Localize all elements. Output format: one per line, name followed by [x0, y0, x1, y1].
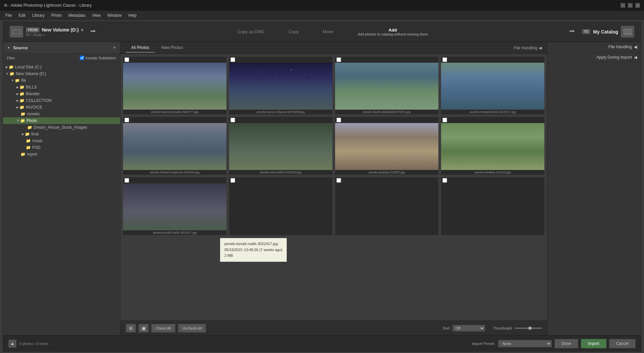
photo-checkbox-3[interactable] — [336, 57, 341, 62]
thumbnail-size-area: Thumbnails — [493, 326, 542, 330]
tree-arrow-blender[interactable]: ▶ — [16, 92, 19, 96]
tree-item-blender[interactable]: ▶ 📁 Blender — [3, 91, 120, 97]
tree-item-report[interactable]: 📁 report — [3, 151, 120, 158]
photo-check-row-12 — [441, 177, 544, 183]
import-mode-copy-dng[interactable]: Copy as DNG — [232, 27, 270, 36]
tree-label-collection: COLLECTION — [26, 98, 52, 103]
tree-arrow-local-disk[interactable]: ▶ — [6, 65, 8, 69]
photo-checkbox-9[interactable] — [124, 178, 129, 183]
import-preset-select[interactable]: None — [498, 340, 552, 347]
include-subfolders-checkbox[interactable] — [80, 56, 84, 60]
check-all-button[interactable]: Check All — [151, 324, 175, 333]
photo-checkbox-1[interactable] — [124, 57, 129, 62]
catalog-icon — [621, 26, 634, 38]
file-handling-button[interactable]: File Handling ◀ — [514, 46, 542, 50]
tree-item-final[interactable]: ▶ 📁 final — [3, 131, 120, 137]
uncheck-all-button[interactable]: Uncheck All — [178, 324, 206, 333]
photo-thumb-4[interactable] — [441, 63, 544, 110]
source-label: Source — [13, 45, 28, 50]
menu-help[interactable]: Help — [126, 12, 140, 19]
maximize-button[interactable]: □ — [628, 3, 633, 8]
menu-metadata[interactable]: Metadata — [66, 12, 88, 19]
import-button[interactable]: Import — [581, 339, 606, 348]
menu-view[interactable]: View — [89, 12, 103, 19]
cancel-button[interactable]: Cancel — [609, 339, 636, 348]
tree-arrow-new-volume[interactable]: ▼ — [6, 72, 9, 75]
import-mode-add[interactable]: Add Add photos to catalog without moving… — [352, 25, 433, 38]
source-add-button[interactable]: + — [113, 45, 116, 51]
tree-arrow-final[interactable]: ▶ — [22, 132, 24, 136]
photo-tooltip: pexels-tomáš-malík-3022417.jpg 05/19/202… — [220, 238, 287, 262]
photo-cell-8: pexels-pixabay-414122.jpg — [441, 117, 544, 175]
svg-point-9 — [311, 74, 312, 75]
thumbnail-slider[interactable] — [515, 328, 542, 329]
tree-item-new-volume[interactable]: ▼ 📁 New Volume (D:) — [3, 70, 120, 77]
tree-item-rk[interactable]: ▼ 📁 Rk — [3, 77, 120, 84]
menu-photo[interactable]: Photo — [49, 12, 64, 19]
photo-checkbox-10[interactable] — [230, 178, 235, 183]
import-mode-move[interactable]: Move — [318, 27, 339, 36]
tree-item-photo[interactable]: ▼ 📁 Photo — [3, 117, 120, 124]
source-header: ▼ Source + — [3, 42, 120, 54]
tab-new-photos[interactable]: New Photos — [156, 43, 189, 53]
tree-item-invoice[interactable]: ▶ 📁 INVOICE — [3, 104, 120, 111]
close-button[interactable]: ✕ — [635, 3, 640, 8]
photo-name-7: pexels-pixabay-210307.jpg — [335, 170, 438, 175]
photo-checkbox-2[interactable] — [230, 57, 235, 62]
sort-select[interactable]: Off Capture Time Filename — [452, 325, 485, 332]
content-area: ▼ Source + Files Include Subfolders ▶ 📁 … — [3, 42, 641, 335]
photo-thumb-5[interactable] — [123, 123, 226, 170]
photo-checkbox-11[interactable] — [336, 178, 341, 183]
menu-window[interactable]: Window — [105, 12, 124, 19]
tree-item-bills[interactable]: ▶ 📁 BILLS — [3, 84, 120, 91]
photo-checkbox-6[interactable] — [230, 118, 235, 122]
photo-checkbox-5[interactable] — [124, 118, 129, 122]
footer-expand-button[interactable]: ▲ — [8, 340, 16, 348]
minimize-button[interactable]: ─ — [621, 3, 625, 8]
single-view-button[interactable]: ▣ — [139, 324, 149, 333]
photo-checkbox-8[interactable] — [442, 118, 447, 122]
tree-arrow-photo[interactable]: ▼ — [16, 119, 19, 122]
tree-item-psd[interactable]: 📁 PSD — [3, 144, 120, 151]
file-handling-panel-header[interactable]: File Handling ◀ — [547, 42, 641, 52]
source-forward-button[interactable]: ⮕ — [86, 28, 100, 35]
tree-arrow-rk[interactable]: ▼ — [11, 79, 14, 82]
tree-item-movies[interactable]: 📁 movies — [3, 111, 120, 117]
photo-thumb-1[interactable] — [123, 63, 226, 110]
tree-label-final: final — [31, 132, 39, 136]
tree-item-dream-house[interactable]: 📁 Dream_House_Stock_Images — [3, 124, 120, 131]
left-panel: ▼ Source + Files Include Subfolders ▶ 📁 … — [3, 42, 120, 335]
tooltip-size: 2 MB — [224, 253, 282, 259]
apply-during-import-collapse-icon: ◀ — [634, 55, 637, 60]
photo-checkbox-4[interactable] — [442, 57, 447, 62]
photo-thumb-9[interactable] — [123, 183, 226, 230]
import-mode-copy[interactable]: Copy — [283, 27, 304, 36]
photo-cell-11 — [335, 177, 438, 235]
apply-during-import-header[interactable]: Apply During Import ◀ — [547, 52, 641, 63]
photo-checkbox-7[interactable] — [336, 118, 341, 122]
dest-forward-button[interactable]: ⮕ — [565, 28, 579, 35]
source-dropdown-icon[interactable]: ▾ — [81, 27, 84, 33]
photo-checkbox-12[interactable] — [442, 178, 447, 183]
photo-check-row-4 — [441, 57, 544, 63]
photo-thumb-6[interactable] — [229, 123, 332, 170]
menu-edit[interactable]: Edit — [16, 12, 28, 19]
photo-thumb-7[interactable] — [335, 123, 438, 170]
tree-label-photo: Photo — [26, 118, 37, 123]
photo-thumb-3[interactable] — [335, 63, 438, 110]
tree-item-collection[interactable]: ▶ 📁 COLLECTION — [3, 97, 120, 104]
source-collapse-icon[interactable]: ▼ — [7, 46, 10, 50]
menu-library[interactable]: Library — [30, 12, 47, 19]
tree-item-local-disk[interactable]: ▶ 📁 Local Disk (C:) — [3, 64, 120, 70]
tree-arrow-invoice[interactable]: ▶ — [16, 106, 19, 109]
menu-file[interactable]: File — [3, 12, 14, 19]
tree-arrow-collection[interactable]: ▶ — [16, 99, 19, 102]
grid-view-button[interactable]: ⊞ — [126, 324, 136, 333]
tree-arrow-bills[interactable]: ▶ — [16, 85, 19, 89]
photo-thumb-8[interactable] — [441, 123, 544, 170]
photo-thumb-2[interactable] — [229, 63, 332, 110]
file-handling-label: File Handling — [514, 46, 537, 50]
tree-item-music[interactable]: 📁 music — [3, 137, 120, 144]
done-button[interactable]: Done — [554, 339, 578, 348]
tab-all-photos[interactable]: All Photos — [126, 43, 155, 53]
